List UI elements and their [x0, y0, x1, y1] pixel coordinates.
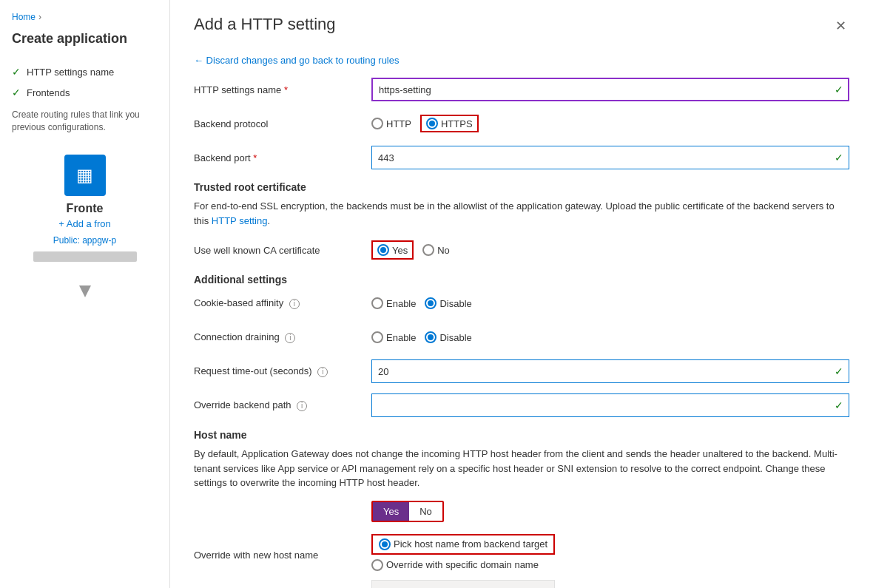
pick-backend-target-option[interactable]: Pick host name from backend target — [379, 538, 547, 550]
domain-input[interactable] — [371, 580, 555, 589]
required-marker: * — [284, 84, 288, 95]
path-info-icon[interactable]: i — [297, 401, 307, 411]
draining-disable-radio[interactable] — [425, 331, 437, 343]
trusted-root-cert-desc: For end-to-end SSL encryption, the backe… — [194, 199, 849, 228]
sidebar-icon-area: ▦ Fronte + Add a fron Public: appgw-p — [0, 155, 169, 265]
scroll-indicator — [0, 280, 169, 303]
override-backend-path-row: Override backend path i ✓ — [194, 393, 849, 417]
path-checkmark-icon: ✓ — [835, 399, 843, 411]
protocol-http-option[interactable]: HTTP — [371, 118, 411, 129]
use-well-known-label: Use well known CA certificate — [194, 245, 371, 256]
step-frontends: ✓ Frontends — [12, 82, 158, 103]
specific-domain-option[interactable]: Override with specific domain name — [371, 559, 539, 571]
host-name-heading: Host name — [194, 429, 849, 441]
http-settings-name-input[interactable] — [371, 78, 849, 101]
cookie-enable-option[interactable]: Enable — [371, 297, 416, 309]
request-timeout-input[interactable] — [371, 359, 849, 383]
frontend-icon: ▦ — [64, 155, 106, 196]
cookie-affinity-row: Cookie-based affinity i Enable Disable — [194, 291, 849, 315]
draining-disable-option[interactable]: Disable — [425, 331, 471, 343]
connection-draining-row: Connection draining i Enable Disable — [194, 325, 849, 349]
draining-disable-label: Disable — [439, 332, 471, 343]
host-name-desc: By default, Application Gateway does not… — [194, 447, 849, 490]
backend-protocol-row: Backend protocol HTTP HTTPS — [194, 112, 849, 135]
backend-port-input-wrapper: ✓ — [371, 146, 849, 169]
well-known-yes-radio[interactable] — [377, 244, 389, 256]
well-known-no-label: No — [437, 245, 450, 256]
connection-draining-group: Enable Disable — [371, 331, 472, 343]
draining-disable-inner — [428, 334, 434, 340]
cookie-enable-label: Enable — [386, 298, 416, 309]
well-known-yes-label: Yes — [392, 245, 408, 256]
cookie-disable-radio[interactable] — [425, 297, 437, 309]
draining-enable-radio[interactable] — [371, 331, 383, 343]
specific-domain-label: Override with specific domain name — [386, 559, 539, 570]
pick-backend-target-radio[interactable] — [379, 538, 391, 550]
add-frontend-link[interactable]: + Add a fron — [47, 215, 122, 232]
step-basics-label: HTTP settings name — [27, 67, 114, 78]
backend-protocol-label: Backend protocol — [194, 118, 371, 129]
backend-port-input[interactable] — [371, 146, 849, 169]
override-toggle: Yes No — [371, 501, 444, 522]
step-frontends-label: Frontends — [27, 87, 70, 98]
timeout-info-icon[interactable]: i — [317, 367, 328, 377]
backend-protocol-group: HTTP HTTPS — [371, 115, 479, 132]
frontend-title: Fronte — [55, 202, 115, 215]
backend-port-row: Backend port * ✓ — [194, 146, 849, 169]
check-icon-basics: ✓ — [12, 66, 21, 78]
well-known-yes-box: Yes — [371, 240, 414, 260]
checkmark-icon: ✓ — [835, 84, 843, 95]
override-specific-domain-option: Override with specific domain name — [371, 559, 555, 571]
specific-domain-radio[interactable] — [371, 559, 383, 571]
dialog-header: Add a HTTP setting ✕ — [170, 0, 873, 49]
dialog-title: Add a HTTP setting — [194, 15, 336, 34]
well-known-no-radio[interactable] — [422, 244, 434, 256]
protocol-https-radio-inner — [429, 121, 435, 126]
protocol-https-label: HTTPS — [441, 118, 473, 129]
monitor-icon: ▦ — [76, 165, 93, 186]
cookie-disable-label: Disable — [439, 298, 471, 309]
blurred-ip — [33, 251, 137, 262]
use-well-known-row: Use well known CA certificate Yes No — [194, 238, 849, 262]
override-no-button[interactable]: No — [409, 502, 442, 521]
back-link[interactable]: ← Discard changes and go back to routing… — [170, 49, 873, 78]
protocol-http-radio[interactable] — [371, 118, 383, 129]
home-link[interactable]: Home — [12, 12, 36, 22]
additional-settings-heading: Additional settings — [194, 274, 849, 285]
page-title: Create application — [0, 31, 169, 61]
step-list: ✓ HTTP settings name ✓ Frontends — [0, 61, 169, 103]
backend-port-label: Backend port * — [194, 152, 371, 163]
breadcrumb-chevron: › — [38, 12, 41, 22]
cookie-disable-option[interactable]: Disable — [425, 297, 471, 309]
cookie-affinity-label: Cookie-based affinity i — [194, 297, 371, 309]
breadcrumb[interactable]: Home › — [0, 12, 169, 31]
well-known-yes-inner — [380, 247, 386, 253]
well-known-no-option[interactable]: No — [422, 244, 450, 256]
cookie-affinity-group: Enable Disable — [371, 297, 472, 309]
override-backend-path-input[interactable] — [371, 393, 849, 417]
step-basics: ✓ HTTP settings name — [12, 61, 158, 82]
close-button[interactable]: ✕ — [832, 15, 849, 37]
http-setting-link[interactable]: HTTP setting — [212, 215, 268, 226]
request-timeout-input-wrapper: ✓ — [371, 359, 849, 383]
draining-enable-option[interactable]: Enable — [371, 331, 416, 343]
override-backend-path-label: Override backend path i — [194, 399, 371, 411]
routing-description: Create routing rules that link you previ… — [0, 103, 169, 140]
cookie-enable-radio[interactable] — [371, 297, 383, 309]
override-backend-path-input-wrapper: ✓ — [371, 393, 849, 417]
override-yes-button[interactable]: Yes — [373, 502, 409, 521]
cookie-disable-inner — [428, 300, 434, 306]
override-host-name-label: Override with new host name — [194, 550, 371, 561]
protocol-https-option[interactable]: HTTPS — [426, 118, 473, 129]
sidebar: Home › Create application ✓ HTTP setting… — [0, 0, 170, 588]
protocol-https-radio[interactable] — [426, 118, 438, 129]
request-timeout-label: Request time-out (seconds) i — [194, 365, 371, 377]
public-label: Public: appgw-p — [41, 232, 128, 249]
well-known-yes-option[interactable]: Yes — [377, 244, 408, 256]
cookie-info-icon[interactable]: i — [289, 299, 300, 309]
protocol-http-label: HTTP — [386, 118, 411, 129]
port-checkmark-icon: ✓ — [835, 152, 843, 163]
well-known-group: Yes No — [371, 240, 450, 260]
draining-info-icon[interactable]: i — [285, 333, 295, 343]
scroll-up-arrow — [79, 285, 91, 297]
